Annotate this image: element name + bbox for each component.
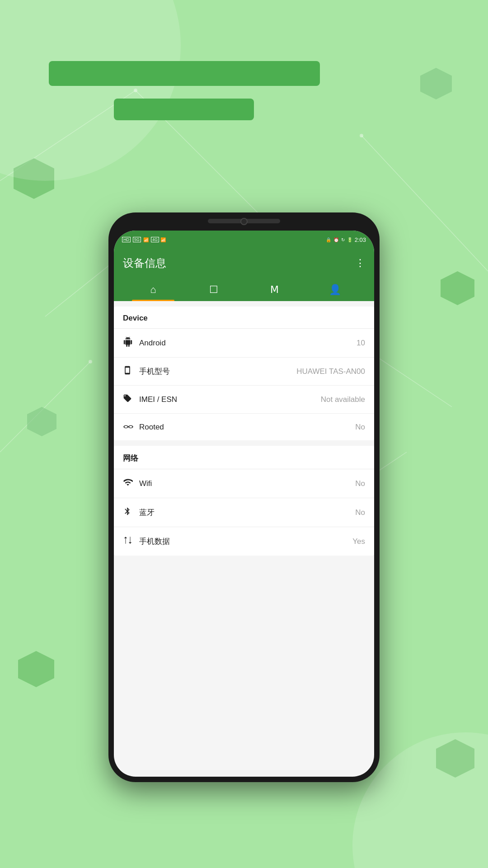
tab-charts[interactable]: 𝖬 [244,278,305,301]
phone-model-icon [123,366,139,377]
home-icon: ⌂ [150,284,156,296]
device-section-header: Device [114,307,374,329]
wifi-row: Wifi No [114,469,374,498]
android-value: 10 [357,339,365,348]
android-icon [123,337,139,349]
phone-model-row: 手机型号 HUAWEI TAS-AN00 [114,358,374,386]
person-icon: 👤 [329,284,341,296]
floating-bar-2 [114,99,254,120]
phone-screen: HD 5G 📶 4G 📶 🔒 ⏰ ↻ 🔋 2:03 设备信息 [114,231,374,777]
sync-icon: ↻ [341,237,345,242]
mobile-data-value: Yes [352,537,365,546]
battery-icon: 🔋 [347,237,352,242]
network-section: 网络 Wifi No [114,446,374,556]
bluetooth-icon [123,506,139,519]
android-row: Android 10 [114,329,374,358]
app-header: 设备信息 ⋮ ⌂ ☐ 𝖬 👤 [114,249,374,301]
svg-point-11 [360,134,363,137]
content-area: Device Android 10 [114,301,374,556]
tab-bar: ⌂ ☐ 𝖬 👤 [123,278,365,301]
mobile-data-row: 手机数据 Yes [114,527,374,556]
tab-profile[interactable]: 👤 [305,278,365,301]
time-display: 2:03 [355,236,366,243]
imei-label: IMEI / ESN [139,395,321,404]
mobile-data-icon [123,535,139,547]
bluetooth-row: 蓝牙 No [114,498,374,527]
signal-4g: 4G [151,237,159,242]
device-section: Device Android 10 [114,307,374,440]
imei-value: Not available [321,395,365,404]
svg-line-3 [0,362,90,452]
svg-point-15 [124,426,127,428]
signal-bars: 📶 [143,237,149,242]
wifi-value: No [355,479,365,488]
tab-phone[interactable]: ☐ [183,278,244,301]
imei-icon [123,394,139,405]
network-section-header: 网络 [114,446,374,469]
phone-camera [240,218,248,225]
svg-line-4 [361,136,488,271]
rooted-label: Rooted [139,423,355,432]
app-title: 设备信息 [123,256,166,270]
tab-home[interactable]: ⌂ [123,278,183,301]
svg-point-10 [89,360,92,363]
bluetooth-label: 蓝牙 [139,507,355,518]
phone-frame: HD 5G 📶 4G 📶 🔒 ⏰ ↻ 🔋 2:03 设备信息 [108,212,380,782]
lock-icon: 🔒 [326,237,331,242]
wifi-label: Wifi [139,479,355,488]
signal-5g: 5G [133,237,141,242]
mobile-data-label: 手机数据 [139,536,352,547]
rooted-row: Rooted No [114,414,374,440]
rooted-icon [123,422,139,432]
phone-icon: ☐ [209,284,218,296]
phone-model-value: HUAWEI TAS-AN00 [296,367,365,376]
phone-mockup: HD 5G 📶 4G 📶 🔒 ⏰ ↻ 🔋 2:03 设备信息 [108,212,380,782]
hd-icon: HD [122,237,131,242]
rooted-value: No [355,423,365,432]
app-title-row: 设备信息 ⋮ [123,256,365,270]
signal-bars-2: 📶 [160,237,166,242]
status-left-icons: HD 5G 📶 4G 📶 [122,237,166,242]
alarm-icon: ⏰ [333,237,339,242]
floating-bar-1 [49,61,320,86]
phone-model-label: 手机型号 [139,366,296,377]
bluetooth-value: No [355,508,365,517]
android-label: Android [139,339,357,348]
svg-point-16 [129,426,132,428]
svg-point-7 [134,89,137,92]
status-bar: HD 5G 📶 4G 📶 🔒 ⏰ ↻ 🔋 2:03 [114,231,374,249]
chart-icon: 𝖬 [270,284,279,296]
status-right-icons: 🔒 ⏰ ↻ 🔋 2:03 [326,236,366,243]
wifi-icon [123,477,139,490]
overflow-menu-button[interactable]: ⋮ [355,257,365,269]
imei-row: IMEI / ESN Not available [114,386,374,414]
